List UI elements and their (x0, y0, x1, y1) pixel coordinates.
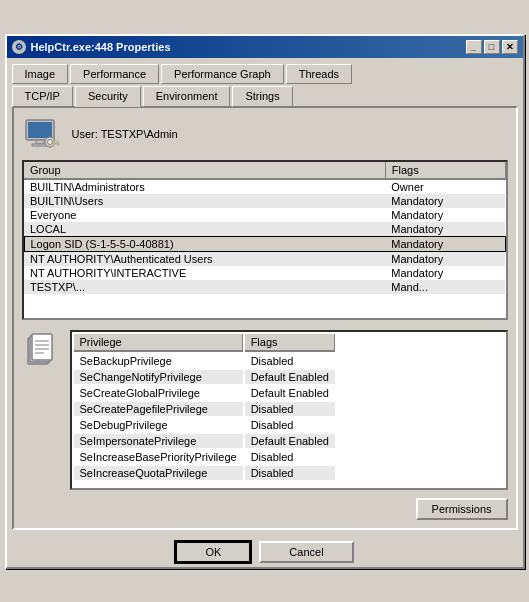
security-content: User: TESTXP\Admin Group Flags BUILTIN\A… (22, 116, 508, 520)
privilege-name-cell: SeDebugPrivilege (74, 418, 243, 432)
privilege-flags-cell: Disabled (245, 402, 335, 416)
tab-image[interactable]: Image (12, 64, 69, 84)
app-icon: ⚙ (12, 40, 26, 54)
group-table-row[interactable]: NT AUTHORITY\Authenticated UsersMandator… (24, 251, 505, 266)
group-table-header: Group Flags (24, 162, 505, 179)
privilege-section: Privilege Flags SeBackupPrivilegeDisable… (22, 330, 508, 490)
title-buttons: _ □ ✕ (466, 40, 518, 54)
maximize-button[interactable]: □ (484, 40, 500, 54)
group-flags-cell: Mand... (385, 280, 505, 294)
privilege-table-row[interactable]: SeBackupPrivilegeDisabled (74, 354, 335, 368)
privilege-flags-cell: Default Enabled (245, 386, 335, 400)
privilege-flags-cell: Default Enabled (245, 370, 335, 384)
tab-environment[interactable]: Environment (143, 86, 231, 107)
tab-security[interactable]: Security (75, 86, 141, 107)
title-bar-left: ⚙ HelpCtr.exe:448 Properties (12, 40, 171, 54)
group-flags-cell: Mandatory (385, 194, 505, 208)
privilege-name-cell: SeIncreaseQuotaPrivilege (74, 466, 243, 480)
privilege-table-row[interactable]: SeChangeNotifyPrivilegeDefault Enabled (74, 370, 335, 384)
group-flags-cell: Owner (385, 179, 505, 194)
user-section: User: TESTXP\Admin (22, 116, 508, 152)
cancel-button[interactable]: Cancel (259, 541, 353, 563)
group-table[interactable]: Group Flags BUILTIN\AdministratorsOwnerB… (22, 160, 508, 320)
privilege-name-cell: SeIncreaseBasePriorityPrivilege (74, 450, 243, 464)
group-name-cell: Everyone (24, 208, 385, 222)
group-flags-cell: Mandatory (385, 236, 505, 251)
group-table-row[interactable]: BUILTIN\UsersMandatory (24, 194, 505, 208)
privilege-flags-cell: Disabled (245, 418, 335, 432)
group-table-body: BUILTIN\AdministratorsOwnerBUILTIN\Users… (24, 179, 505, 294)
privilege-flags-cell: Default Enabled (245, 434, 335, 448)
privilege-name-cell: SeBackupPrivilege (74, 354, 243, 368)
privilege-name-cell: SeChangeNotifyPrivilege (74, 370, 243, 384)
privilege-col-header: Privilege (74, 334, 243, 352)
svg-rect-6 (53, 141, 58, 143)
main-window: ⚙ HelpCtr.exe:448 Properties _ □ ✕ Image… (5, 34, 525, 569)
tab-row-2: TCP/IP Security Environment Strings (12, 85, 518, 106)
ok-cancel-row: OK Cancel (7, 535, 523, 567)
user-label: User: TESTXP\Admin (72, 128, 178, 140)
privilege-table-row[interactable]: SeIncreaseQuotaPrivilegeDisabled (74, 466, 335, 480)
title-bar: ⚙ HelpCtr.exe:448 Properties _ □ ✕ (7, 36, 523, 58)
privilege-flags-cell: Disabled (245, 450, 335, 464)
svg-point-5 (47, 139, 52, 144)
group-flags-cell: Mandatory (385, 222, 505, 237)
group-col-header: Group (24, 162, 385, 179)
group-flags-cell: Mandatory (385, 251, 505, 266)
group-name-cell: Logon SID (S-1-5-5-0-40881) (24, 236, 385, 251)
user-icon (22, 116, 62, 152)
tab-threads[interactable]: Threads (286, 64, 352, 84)
group-table-row[interactable]: BUILTIN\AdministratorsOwner (24, 179, 505, 194)
privilege-table-row[interactable]: SeIncreaseBasePriorityPrivilegeDisabled (74, 450, 335, 464)
tab-strings[interactable]: Strings (232, 86, 292, 107)
group-flags-cell: Mandatory (385, 266, 505, 280)
flags-col-header: Flags (385, 162, 505, 179)
tab-tcpip[interactable]: TCP/IP (12, 86, 73, 107)
group-name-cell: NT AUTHORITY\Authenticated Users (24, 251, 385, 266)
group-table-row[interactable]: TESTXP\...Mand... (24, 280, 505, 294)
group-table-row[interactable]: EveryoneMandatory (24, 208, 505, 222)
minimize-button[interactable]: _ (466, 40, 482, 54)
privilege-icon (22, 332, 62, 368)
tab-content: User: TESTXP\Admin Group Flags BUILTIN\A… (12, 106, 518, 530)
privilege-table-row[interactable]: SeImpersonatePrivilegeDefault Enabled (74, 434, 335, 448)
group-name-cell: BUILTIN\Users (24, 194, 385, 208)
privilege-table-header: Privilege Flags (74, 334, 335, 352)
privilege-name-cell: SeImpersonatePrivilege (74, 434, 243, 448)
window-title: HelpCtr.exe:448 Properties (31, 41, 171, 53)
group-table-row[interactable]: Logon SID (S-1-5-5-0-40881)Mandatory (24, 236, 505, 251)
group-name-cell: BUILTIN\Administrators (24, 179, 385, 194)
group-name-cell: NT AUTHORITY\INTERACTIVE (24, 266, 385, 280)
close-button[interactable]: ✕ (502, 40, 518, 54)
tab-bar: Image Performance Performance Graph Thre… (7, 58, 523, 106)
privilege-table-row[interactable]: SeDebugPrivilegeDisabled (74, 418, 335, 432)
permissions-button[interactable]: Permissions (416, 498, 508, 520)
group-flags-cell: Mandatory (385, 208, 505, 222)
ok-button[interactable]: OK (175, 541, 251, 563)
group-table-row[interactable]: LOCALMandatory (24, 222, 505, 237)
privilege-table-row[interactable]: SeCreateGlobalPrivilegeDefault Enabled (74, 386, 335, 400)
tab-performance[interactable]: Performance (70, 64, 159, 84)
privilege-name-cell: SeCreateGlobalPrivilege (74, 386, 243, 400)
privilege-name-cell: SeCreatePagefilePrivilege (74, 402, 243, 416)
group-table-row[interactable]: NT AUTHORITY\INTERACTIVEMandatory (24, 266, 505, 280)
privilege-flags-cell: Disabled (245, 354, 335, 368)
group-name-cell: LOCAL (24, 222, 385, 237)
svg-rect-7 (57, 143, 59, 145)
tab-row-1: Image Performance Performance Graph Thre… (12, 63, 518, 83)
svg-rect-10 (32, 334, 52, 360)
privilege-table[interactable]: Privilege Flags SeBackupPrivilegeDisable… (70, 330, 508, 490)
bottom-section: Permissions (22, 498, 508, 520)
svg-rect-1 (28, 122, 52, 138)
privilege-table-body: SeBackupPrivilegeDisabledSeChangeNotifyP… (74, 354, 335, 480)
svg-rect-2 (36, 140, 44, 144)
group-name-cell: TESTXP\... (24, 280, 385, 294)
privilege-table-row[interactable]: SeCreatePagefilePrivilegeDisabled (74, 402, 335, 416)
privilege-flags-cell: Disabled (245, 466, 335, 480)
privilege-flags-col-header: Flags (245, 334, 335, 352)
tab-performance-graph[interactable]: Performance Graph (161, 64, 284, 84)
